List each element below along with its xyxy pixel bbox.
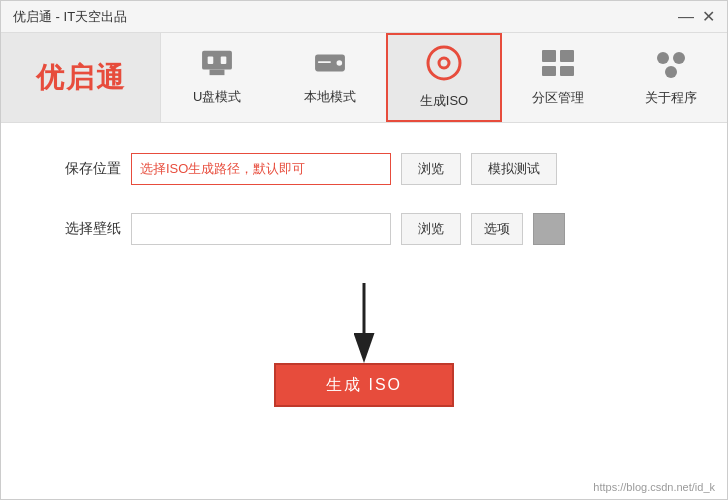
minimize-button[interactable]: — (679, 10, 693, 24)
browse-button-2[interactable]: 浏览 (401, 213, 461, 245)
option-button[interactable]: 选项 (471, 213, 523, 245)
svg-point-13 (657, 52, 669, 64)
simulate-button[interactable]: 模拟测试 (471, 153, 557, 185)
nav-items: U盘模式 本地模式 (161, 33, 727, 122)
save-location-label: 保存位置 (61, 160, 121, 178)
color-swatch[interactable] (533, 213, 565, 245)
svg-point-7 (428, 47, 460, 79)
window-controls: — ✕ (679, 10, 715, 24)
svg-rect-3 (221, 56, 227, 63)
usb-icon (199, 49, 235, 82)
svg-point-14 (673, 52, 685, 64)
nav-item-about[interactable]: 关于程序 (615, 33, 727, 122)
svg-rect-1 (210, 70, 225, 76)
app-logo: 优启通 (36, 59, 126, 97)
toolbar: 优启通 U盘模式 (1, 33, 727, 123)
browse-button-1[interactable]: 浏览 (401, 153, 461, 185)
wallpaper-label: 选择壁纸 (61, 220, 121, 238)
save-location-row: 保存位置 浏览 模拟测试 (61, 153, 667, 185)
save-location-input[interactable] (131, 153, 391, 185)
window-title: 优启通 - IT天空出品 (13, 8, 127, 26)
partition-icon (540, 48, 576, 83)
hdd-icon (312, 49, 348, 82)
nav-about-label: 关于程序 (645, 89, 697, 107)
close-button[interactable]: ✕ (701, 10, 715, 24)
svg-rect-11 (542, 66, 556, 76)
nav-item-iso[interactable]: 生成ISO (386, 33, 502, 122)
svg-point-15 (665, 66, 677, 78)
nav-local-label: 本地模式 (304, 88, 356, 106)
svg-rect-6 (317, 61, 330, 63)
svg-point-8 (439, 58, 449, 68)
nav-usb-label: U盘模式 (193, 88, 241, 106)
svg-rect-9 (542, 50, 556, 62)
svg-rect-2 (208, 56, 214, 63)
app-window: 优启通 - IT天空出品 — ✕ 优启通 U盘模式 (0, 0, 728, 500)
wallpaper-input[interactable] (131, 213, 391, 245)
svg-rect-10 (560, 50, 574, 62)
svg-rect-0 (202, 51, 232, 70)
watermark: https://blog.csdn.net/id_k (593, 481, 715, 493)
arrow-down-icon (334, 283, 394, 363)
logo-area: 优启通 (1, 33, 161, 122)
about-icon (653, 48, 689, 83)
nav-item-partition[interactable]: 分区管理 (502, 33, 614, 122)
nav-partition-label: 分区管理 (532, 89, 584, 107)
nav-iso-label: 生成ISO (420, 92, 468, 110)
title-bar: 优启通 - IT天空出品 — ✕ (1, 1, 727, 33)
nav-item-local[interactable]: 本地模式 (273, 33, 385, 122)
main-content: 保存位置 浏览 模拟测试 选择壁纸 浏览 选项 生成 (1, 123, 727, 499)
wallpaper-row: 选择壁纸 浏览 选项 (61, 213, 667, 245)
disc-icon (426, 45, 462, 86)
generate-iso-button[interactable]: 生成 ISO (274, 363, 454, 407)
svg-rect-12 (560, 66, 574, 76)
nav-item-usb[interactable]: U盘模式 (161, 33, 273, 122)
svg-point-5 (336, 60, 342, 66)
